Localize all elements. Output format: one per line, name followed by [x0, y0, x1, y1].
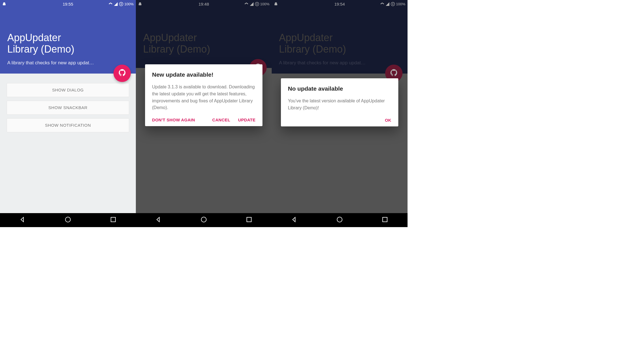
- show-dialog-button[interactable]: SHOW DIALOG: [7, 83, 129, 97]
- nav-home-button[interactable]: [201, 216, 207, 224]
- cancel-button[interactable]: CANCEL: [212, 117, 230, 122]
- github-icon: [118, 69, 126, 78]
- app-title: AppUpdater Library (Demo): [7, 32, 129, 55]
- status-clock: 19:55: [46, 2, 90, 6]
- dialog-actions: OK: [288, 118, 391, 123]
- dont-show-again-button[interactable]: DON'T SHOW AGAIN: [152, 117, 195, 122]
- charging-icon: [119, 2, 123, 6]
- android-nav-bar: [272, 213, 408, 227]
- nav-back-button[interactable]: [20, 216, 26, 224]
- screen-3: 19:54 100% AppUpdater Library (Demo) A l…: [272, 0, 408, 227]
- update-button[interactable]: UPDATE: [238, 117, 255, 122]
- app-subtitle: A library that checks for new app updat…: [7, 60, 129, 66]
- android-nav-bar: [0, 213, 136, 227]
- button-list: SHOW DIALOG SHOW SNACKBAR SHOW NOTIFICAT…: [0, 74, 136, 132]
- dialog-title: No update available: [288, 85, 391, 92]
- android-nav-bar: [136, 213, 272, 227]
- no-update-dialog: No update available You've the latest ve…: [281, 78, 398, 126]
- show-notification-button[interactable]: SHOW NOTIFICATION: [7, 118, 129, 132]
- github-fab[interactable]: [113, 65, 131, 82]
- dialog-body: You've the latest version available of A…: [288, 98, 391, 112]
- wifi-icon: [108, 2, 113, 6]
- update-available-dialog: New update available! Update 3.1.3 is av…: [145, 64, 262, 126]
- nav-recent-button[interactable]: [382, 216, 388, 224]
- nav-recent-button[interactable]: [110, 216, 116, 224]
- nav-back-button[interactable]: [291, 216, 297, 224]
- nav-back-button[interactable]: [155, 216, 162, 224]
- nav-home-button[interactable]: [337, 216, 343, 224]
- android-icon: [2, 2, 6, 6]
- nav-recent-button[interactable]: [246, 216, 252, 224]
- battery-percent: 100%: [124, 2, 134, 6]
- nav-home-button[interactable]: [65, 216, 71, 224]
- cellular-icon: [114, 2, 118, 6]
- status-bar: 19:55 100%: [0, 0, 136, 8]
- ok-button[interactable]: OK: [385, 118, 391, 123]
- app-header: AppUpdater Library (Demo) A library that…: [0, 8, 136, 74]
- show-snackbar-button[interactable]: SHOW SNACKBAR: [7, 101, 129, 115]
- dialog-actions: DON'T SHOW AGAIN CANCEL UPDATE: [152, 117, 255, 122]
- dialog-title: New update available!: [152, 71, 255, 78]
- dialog-body: Update 3.1.3 is available to download. D…: [152, 84, 255, 111]
- screen-1: 19:55 100% AppUpdater Library (Demo) A l…: [0, 0, 136, 227]
- screen-2: 19:48 100% AppUpdater Library (Demo) New…: [136, 0, 272, 227]
